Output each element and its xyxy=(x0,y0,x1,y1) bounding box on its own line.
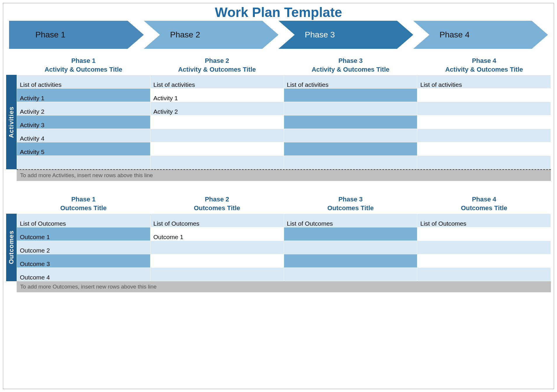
cell[interactable]: Outcome 2 xyxy=(17,241,151,254)
outcomes-side-label: Outcomes xyxy=(6,214,17,281)
cell[interactable]: Activity 1 xyxy=(17,89,151,102)
activities-header-p1: Phase 1Activity & Outcomes Title xyxy=(17,54,150,75)
cell[interactable] xyxy=(417,227,551,241)
table-row xyxy=(17,156,551,169)
cell[interactable] xyxy=(284,227,417,241)
phase-arrow-4-label: Phase 4 xyxy=(413,30,470,39)
outcomes-header-p3: Phase 3Outcomes Title xyxy=(284,193,417,213)
cell[interactable]: Outcome 1 xyxy=(17,227,151,241)
outcomes-header-p1: Phase 1Outcomes Title xyxy=(17,193,150,213)
cell[interactable]: List of Outcomes xyxy=(17,214,151,227)
phase-arrow-3-label: Phase 3 xyxy=(278,30,335,39)
activities-section: Activities List of activitiesList of act… xyxy=(6,75,551,169)
cell[interactable] xyxy=(417,267,551,281)
cell[interactable] xyxy=(284,115,417,129)
cell[interactable] xyxy=(417,156,551,169)
cell[interactable]: List of activities xyxy=(150,75,284,89)
table-row: List of activitiesList of activitiesList… xyxy=(17,75,551,89)
outcomes-table: List of OutcomesList of OutcomesList of … xyxy=(17,214,551,281)
cell[interactable] xyxy=(150,115,284,129)
cell[interactable] xyxy=(284,89,417,102)
activities-header-p4: Phase 4Activity & Outcomes Title xyxy=(417,54,551,75)
cell[interactable] xyxy=(150,129,284,142)
cell[interactable] xyxy=(284,254,417,267)
cell[interactable]: Activity 2 xyxy=(17,102,151,115)
phase-arrow-2: Phase 2 xyxy=(144,21,278,49)
cell[interactable]: List of activities xyxy=(284,75,417,89)
cell[interactable]: List of activities xyxy=(17,75,151,89)
outcomes-note: To add more Outcomes, insert new rows ab… xyxy=(17,281,551,292)
table-row: Outcome 2 xyxy=(17,241,551,254)
activities-note: To add more Activities, insert new rows … xyxy=(17,169,551,181)
activities-header-p2: Phase 2Activity & Outcomes Title xyxy=(150,54,284,75)
cell[interactable]: Outcome 3 xyxy=(17,254,151,267)
cell[interactable] xyxy=(284,129,417,142)
cell[interactable] xyxy=(150,241,284,254)
cell[interactable]: List of Outcomes xyxy=(284,214,417,227)
cell[interactable] xyxy=(417,254,551,267)
cell[interactable] xyxy=(150,267,284,281)
cell[interactable] xyxy=(150,254,284,267)
cell[interactable] xyxy=(417,129,551,142)
cell[interactable] xyxy=(284,102,417,115)
outcomes-headers: Phase 1Outcomes Title Phase 2Outcomes Ti… xyxy=(17,193,551,213)
cell[interactable]: Activity 1 xyxy=(150,89,284,102)
phase-arrow-4: Phase 4 xyxy=(413,21,548,49)
phase-arrow-1-label: Phase 1 xyxy=(9,30,65,39)
page-title: Work Plan Template xyxy=(3,3,554,21)
cell[interactable]: Activity 3 xyxy=(17,115,151,129)
cell[interactable]: Outcome 1 xyxy=(150,227,284,241)
phase-arrow-2-label: Phase 2 xyxy=(144,30,200,39)
outcomes-section: Outcomes List of OutcomesList of Outcome… xyxy=(6,214,551,281)
cell[interactable] xyxy=(284,241,417,254)
cell[interactable] xyxy=(284,156,417,169)
cell[interactable] xyxy=(150,156,284,169)
cell[interactable]: Activity 4 xyxy=(17,129,151,142)
table-row: Activity 1Activity 1 xyxy=(17,89,551,102)
cell[interactable] xyxy=(417,115,551,129)
phase-arrow-3: Phase 3 xyxy=(278,21,413,49)
template-page: Work Plan Template Phase 1 Phase 2 Phase… xyxy=(3,3,554,389)
phase-arrow-1: Phase 1 xyxy=(9,21,144,49)
activities-headers: Phase 1Activity & Outcomes Title Phase 2… xyxy=(17,54,551,75)
cell[interactable] xyxy=(417,89,551,102)
cell[interactable]: Activity 5 xyxy=(17,142,151,156)
cell[interactable] xyxy=(284,267,417,281)
activities-side-label: Activities xyxy=(6,75,17,169)
cell[interactable]: List of Outcomes xyxy=(150,214,284,227)
table-row: Activity 3 xyxy=(17,115,551,129)
phase-arrows-row: Phase 1 Phase 2 Phase 3 Phase 4 xyxy=(3,21,554,54)
outcomes-header-p4: Phase 4Outcomes Title xyxy=(417,193,551,213)
table-row: Outcome 4 xyxy=(17,267,551,281)
cell[interactable] xyxy=(150,142,284,156)
table-row: Activity 5 xyxy=(17,142,551,156)
cell[interactable]: Outcome 4 xyxy=(17,267,151,281)
table-row: Outcome 3 xyxy=(17,254,551,267)
cell[interactable] xyxy=(284,142,417,156)
activities-header-p3: Phase 3Activity & Outcomes Title xyxy=(284,54,417,75)
cell[interactable] xyxy=(17,156,151,169)
activities-table: List of activitiesList of activitiesList… xyxy=(17,75,551,169)
cell[interactable]: List of activities xyxy=(417,75,551,89)
cell[interactable]: Activity 2 xyxy=(150,102,284,115)
table-row: Outcome 1Outcome 1 xyxy=(17,227,551,241)
cell[interactable] xyxy=(417,102,551,115)
table-row: Activity 4 xyxy=(17,129,551,142)
cell[interactable]: List of Outcomes xyxy=(417,214,551,227)
cell[interactable] xyxy=(417,142,551,156)
cell[interactable] xyxy=(417,241,551,254)
table-row: Activity 2Activity 2 xyxy=(17,102,551,115)
table-row: List of OutcomesList of OutcomesList of … xyxy=(17,214,551,227)
outcomes-header-p2: Phase 2Outcomes Title xyxy=(150,193,284,213)
